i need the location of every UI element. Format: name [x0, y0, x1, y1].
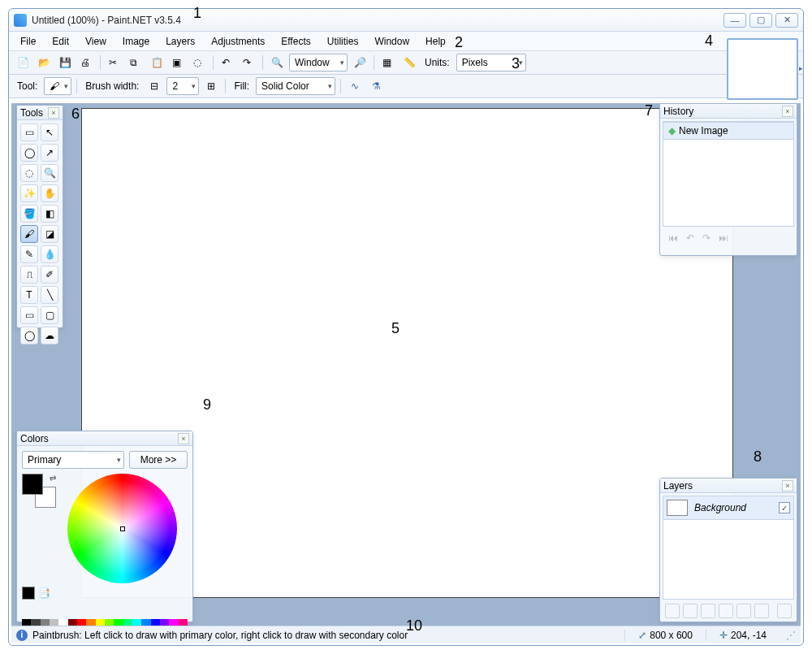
rectangle-select-tool[interactable]: ▭ — [20, 123, 38, 141]
move-layer-down-button[interactable] — [754, 604, 769, 618]
menu-file[interactable]: File — [12, 34, 44, 49]
history-rewind-icon[interactable]: ⏮ — [668, 232, 678, 244]
text-tool[interactable]: T — [20, 286, 38, 304]
zoom-in-button[interactable]: 🔎 — [351, 54, 369, 71]
colors-panel-close[interactable]: × — [178, 433, 189, 444]
brush-width-field[interactable]: 2 — [166, 77, 199, 95]
layers-panel-title[interactable]: Layers × — [660, 479, 797, 493]
annotation-5: 5 — [391, 320, 400, 337]
minimize-button[interactable]: — — [723, 13, 746, 28]
redo-button[interactable]: ↷ — [240, 54, 257, 71]
zoom-dropdown[interactable]: Window — [289, 54, 348, 71]
layers-list[interactable]: Background ✓ — [663, 496, 794, 600]
cursor-pos-text: 204, -14 — [731, 630, 767, 641]
fill-tool[interactable]: 🪣 — [20, 205, 38, 223]
clone-stamp-tool[interactable]: ⎍ — [20, 266, 38, 284]
gradient-tool[interactable]: ◧ — [41, 205, 58, 223]
paintbrush-tool[interactable]: 🖌 — [20, 225, 38, 243]
layers-panel-close[interactable]: × — [782, 480, 793, 492]
menu-image[interactable]: Image — [114, 34, 158, 49]
menu-view[interactable]: View — [77, 34, 114, 49]
colors-panel-title[interactable]: Colors × — [17, 431, 192, 446]
merge-layer-button[interactable] — [719, 604, 733, 618]
print-button[interactable]: 🖨 — [77, 54, 95, 71]
antialias-button[interactable]: ∿ — [346, 77, 364, 95]
blend-button[interactable]: ⚗ — [367, 77, 385, 95]
ellipse-tool[interactable]: ◯ — [20, 327, 38, 344]
rectangle-tool[interactable]: ▭ — [20, 306, 38, 324]
tools-panel-close[interactable]: × — [48, 107, 59, 119]
image-thumbnail[interactable]: ▸ — [727, 38, 798, 100]
tools-panel-title[interactable]: Tools × — [17, 106, 63, 120]
color-picker-tool[interactable]: 💧 — [41, 245, 58, 263]
save-button[interactable]: 💾 — [56, 54, 74, 71]
maximize-button[interactable]: ▢ — [749, 13, 772, 28]
palette-menu-icon[interactable]: 📑 — [38, 587, 50, 599]
zoom-tool[interactable]: 🔍 — [41, 164, 58, 182]
brush-width-inc-button[interactable]: ⊞ — [202, 77, 220, 95]
swap-colors-icon[interactable]: ⇄ — [50, 474, 56, 483]
menubar: File Edit View Image Layers Adjustments … — [9, 32, 803, 51]
new-button[interactable]: 📄 — [14, 54, 32, 71]
primary-color-swatch[interactable] — [22, 474, 43, 495]
line-tool[interactable]: ╲ — [41, 286, 58, 304]
brush-width-dec-button[interactable]: ⊟ — [145, 77, 163, 95]
pan-tool[interactable]: ✋ — [41, 184, 58, 202]
color-mode-dropdown[interactable]: Primary — [22, 451, 124, 469]
history-redo-icon[interactable]: ↷ — [702, 232, 710, 244]
add-layer-button[interactable] — [665, 604, 680, 618]
paste-button[interactable]: 📋 — [148, 54, 166, 71]
menu-utilities[interactable]: Utilities — [319, 34, 367, 49]
close-button[interactable]: ✕ — [775, 13, 798, 28]
primary-secondary-swatches[interactable]: ⇄ — [22, 474, 56, 508]
history-panel-close[interactable]: × — [782, 106, 793, 117]
rounded-rectangle-tool[interactable]: ▢ — [41, 306, 58, 324]
history-panel-label: History — [663, 106, 693, 117]
lasso-select-tool[interactable]: ◯ — [20, 144, 38, 162]
menu-help[interactable]: Help — [417, 34, 454, 49]
layer-properties-button[interactable] — [777, 604, 792, 618]
move-selection-tool[interactable]: ↗ — [41, 144, 58, 162]
open-button[interactable]: 📂 — [35, 54, 53, 71]
deselect-button[interactable]: ◌ — [190, 54, 208, 71]
eraser-tool[interactable]: ◪ — [41, 225, 58, 243]
ruler-button[interactable]: 📏 — [400, 54, 418, 71]
history-panel-title[interactable]: History × — [660, 104, 797, 119]
duplicate-layer-button[interactable] — [701, 604, 715, 618]
history-forward-icon[interactable]: ⏭ — [719, 232, 728, 244]
menu-effects[interactable]: Effects — [273, 34, 318, 49]
cut-button[interactable]: ✂ — [106, 54, 123, 71]
layer-visibility-checkbox[interactable]: ✓ — [779, 502, 790, 513]
layer-item[interactable]: Background ✓ — [663, 496, 793, 520]
zoom-out-button[interactable]: 🔍 — [268, 54, 286, 71]
menu-adjustments[interactable]: Adjustments — [203, 34, 273, 49]
menu-window[interactable]: Window — [366, 34, 417, 49]
crop-icon: ▣ — [172, 57, 184, 68]
color-wheel[interactable] — [67, 474, 177, 583]
magic-wand-tool[interactable]: ✨ — [20, 184, 38, 202]
thumbnail-list-icon[interactable]: ▸ — [799, 64, 803, 72]
menu-edit[interactable]: Edit — [44, 34, 77, 49]
crop-button[interactable]: ▣ — [169, 54, 187, 71]
freeform-tool[interactable]: ☁ — [41, 327, 58, 344]
history-undo-icon[interactable]: ↶ — [686, 232, 694, 244]
history-item[interactable]: ◆ New Image — [663, 122, 793, 140]
tool-chooser[interactable]: 🖌 — [44, 77, 71, 95]
move-tool[interactable]: ↖ — [41, 123, 58, 141]
add-color-swatch[interactable] — [22, 587, 35, 600]
grid-button[interactable]: ▦ — [379, 54, 397, 71]
color-wheel-cursor[interactable] — [120, 526, 125, 531]
delete-layer-button[interactable] — [683, 604, 698, 618]
ellipse-select-tool[interactable]: ◌ — [20, 164, 38, 182]
image-size-section: ⤢ 800 x 600 — [624, 630, 706, 641]
resize-grip-icon[interactable]: ⋰ — [786, 630, 796, 641]
undo-button[interactable]: ↶ — [218, 54, 236, 71]
fill-dropdown[interactable]: Solid Color — [256, 77, 335, 95]
recolor-tool[interactable]: ✐ — [41, 266, 58, 284]
move-layer-up-button[interactable] — [736, 604, 751, 618]
color-more-button[interactable]: More >> — [129, 451, 188, 469]
menu-layers[interactable]: Layers — [158, 34, 203, 49]
history-list[interactable]: ◆ New Image — [663, 121, 794, 227]
pencil-tool[interactable]: ✎ — [20, 245, 38, 263]
copy-button[interactable]: ⧉ — [127, 54, 145, 71]
